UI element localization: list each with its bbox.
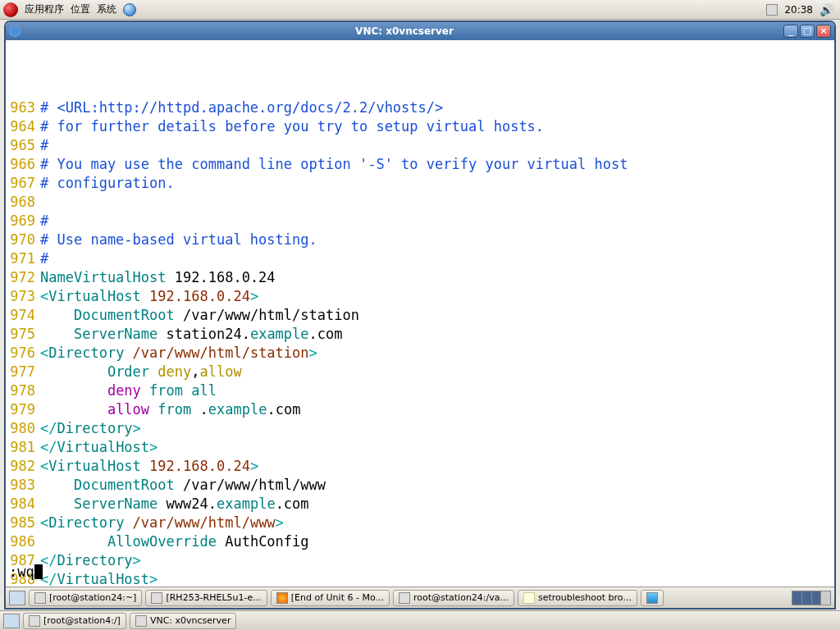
- taskbar-item[interactable]: [root@station4:/]: [23, 613, 126, 629]
- line-number: 976: [9, 344, 40, 363]
- launcher-icon[interactable]: [123, 3, 136, 16]
- line-number: 973: [9, 287, 40, 306]
- line-text: # Use name-based virtual hosting.: [40, 231, 317, 249]
- menu-applications[interactable]: 应用程序: [25, 2, 64, 16]
- editor-line: 986 AllowOverride AuthConfig: [9, 532, 831, 551]
- line-text: DocumentRoot /var/www/html/www: [40, 476, 326, 495]
- window-icon: [151, 592, 162, 604]
- line-text: allow from .example.com: [40, 400, 300, 419]
- editor-line: 980</Directory>: [9, 419, 831, 438]
- editor-line: 981</VirtualHost>: [9, 438, 831, 457]
- tray-icon[interactable]: [766, 4, 778, 16]
- window-title: VNC: x0vncserver: [25, 25, 783, 37]
- close-button[interactable]: ×: [816, 25, 831, 38]
- editor-line: 964# for further details before you try …: [9, 117, 831, 136]
- editor-line: 979 allow from .example.com: [9, 400, 831, 419]
- line-number: 984: [9, 495, 40, 514]
- line-number: 979: [9, 400, 40, 419]
- editor-line: 972NameVirtualHost 192.168.0.24: [9, 268, 831, 287]
- window-icon: [399, 592, 410, 604]
- system-tray: 20:38 🔊: [766, 4, 837, 16]
- editor-line: 983 DocumentRoot /var/www/html/www: [9, 476, 831, 495]
- editor-line: 987</Directory>: [9, 551, 831, 570]
- editor-line: 976<Directory /var/www/html/station>: [9, 344, 831, 363]
- taskbar-item-label: [root@station24:~]: [49, 592, 136, 603]
- line-number: 980: [9, 419, 40, 438]
- line-number: 975: [9, 325, 40, 344]
- menu-places[interactable]: 位置: [71, 2, 90, 16]
- editor-line: 971#: [9, 249, 831, 268]
- maximize-button[interactable]: □: [800, 25, 815, 38]
- window-icon: [276, 592, 288, 604]
- line-text: </VirtualHost>: [40, 570, 158, 587]
- line-text: </Directory>: [40, 551, 141, 570]
- editor-line: 977 Order deny,allow: [9, 363, 831, 381]
- line-text: #: [40, 212, 48, 231]
- menu-system[interactable]: 系统: [97, 2, 116, 16]
- line-number: 974: [9, 306, 40, 325]
- line-text: </VirtualHost>: [40, 438, 158, 457]
- taskbar-item-label: setroubleshoot bro...: [538, 592, 632, 603]
- editor-line: 974 DocumentRoot /var/www/html/station: [9, 306, 831, 325]
- line-number: 985: [9, 514, 40, 532]
- line-number: 978: [9, 381, 40, 400]
- editor-line: 965#: [9, 136, 831, 155]
- editor-line: 985<Directory /var/www/html/www>: [9, 514, 831, 532]
- editor-line: 967# configuration.: [9, 174, 831, 193]
- window-titlebar[interactable]: VNC: x0vncserver _ □ ×: [6, 22, 834, 40]
- clock[interactable]: 20:38: [784, 4, 813, 16]
- line-text: # configuration.: [40, 174, 175, 193]
- taskbar-item[interactable]: [End of Unit 6 - Mo...: [271, 590, 390, 606]
- line-number: 983: [9, 476, 40, 495]
- line-number: 963: [9, 98, 40, 117]
- bottom-panel: [root@station4:/]VNC: x0vncserver: [0, 610, 840, 630]
- window-icon: [135, 615, 147, 627]
- line-number: 965: [9, 136, 40, 155]
- taskbar-item-label: root@station24:/va...: [413, 592, 509, 603]
- taskbar-item[interactable]: root@station24:/va...: [393, 590, 514, 606]
- line-number: 970: [9, 231, 40, 249]
- taskbar-item[interactable]: VNC: x0vncserver: [130, 613, 237, 629]
- line-number: 971: [9, 249, 40, 268]
- editor-line: 984 ServerName www24.example.com: [9, 495, 831, 514]
- vnc-window: VNC: x0vncserver _ □ × 963# <URL:http://…: [5, 21, 835, 609]
- line-text: </Directory>: [40, 419, 141, 438]
- line-number: 969: [9, 212, 40, 231]
- editor-line: 988</VirtualHost>: [9, 570, 831, 587]
- show-desktop-button-local[interactable]: [3, 614, 20, 628]
- vim-editor[interactable]: 963# <URL:http://httpd.apache.org/docs/2…: [6, 40, 834, 587]
- editor-line: 968: [9, 193, 831, 212]
- window-icon: [523, 592, 535, 604]
- show-desktop-button[interactable]: [9, 591, 25, 605]
- minimize-button[interactable]: _: [783, 25, 798, 38]
- editor-line: 982<VirtualHost 192.168.0.24>: [9, 457, 831, 476]
- top-panel: 应用程序 位置 系统 20:38 🔊: [0, 0, 840, 20]
- line-text: <VirtualHost 192.168.0.24>: [40, 287, 258, 306]
- taskbar-item-label: [root@station4:/]: [43, 615, 121, 626]
- taskbar-item[interactable]: setroubleshoot bro...: [518, 590, 637, 606]
- taskbar-item[interactable]: [RH253-RHEL5u1-e...: [145, 590, 267, 606]
- volume-icon[interactable]: 🔊: [819, 4, 833, 16]
- line-number: 966: [9, 155, 40, 174]
- line-number: 981: [9, 438, 40, 457]
- remote-taskbar: [root@station24:~][RH253-RHEL5u1-e...[En…: [6, 587, 834, 608]
- line-text: <Directory /var/www/html/www>: [40, 514, 284, 532]
- line-number: 982: [9, 457, 40, 476]
- cursor-icon: [34, 564, 43, 579]
- window-icon: [29, 615, 40, 627]
- editor-line: 973<VirtualHost 192.168.0.24>: [9, 287, 831, 306]
- line-number: 986: [9, 532, 40, 551]
- redhat-logo-icon: [3, 2, 18, 17]
- line-text: NameVirtualHost 192.168.0.24: [40, 268, 276, 287]
- vim-command-line[interactable]: :wq: [9, 563, 43, 582]
- line-text: ServerName station24.example.com: [40, 325, 343, 344]
- workspace-switcher[interactable]: [792, 591, 831, 605]
- taskbar-item-monitor[interactable]: [641, 590, 664, 606]
- line-text: # for further details before you try to …: [40, 117, 544, 136]
- taskbar-item[interactable]: [root@station24:~]: [29, 590, 142, 606]
- line-number: 977: [9, 363, 40, 381]
- editor-line: 963# <URL:http://httpd.apache.org/docs/2…: [9, 98, 831, 117]
- editor-line: 978 deny from all: [9, 381, 831, 400]
- editor-line: 975 ServerName station24.example.com: [9, 325, 831, 344]
- line-text: <Directory /var/www/html/station>: [40, 344, 317, 363]
